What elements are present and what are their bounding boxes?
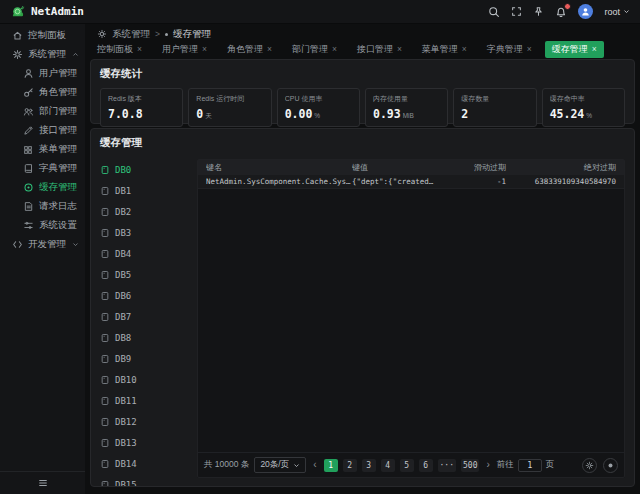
close-icon[interactable]: ×	[462, 45, 467, 54]
sidebar-item-users[interactable]: 用户管理	[0, 64, 85, 83]
next-page-button[interactable]: ›	[484, 460, 491, 470]
sidebar-item-development[interactable]: 开发管理	[0, 235, 85, 254]
db-label: DB12	[115, 417, 137, 427]
db-item-9[interactable]: DB9	[100, 348, 195, 369]
cache-stats-panel: 缓存统计 Redis 版本 7.0.8 Redis 运行时间 0天 CPU 使用…	[90, 59, 635, 124]
goto-page-input[interactable]	[518, 459, 542, 472]
page-button-6[interactable]: 6	[419, 459, 433, 472]
db-item-0[interactable]: DB0	[100, 159, 195, 180]
db-item-3[interactable]: DB3	[100, 222, 195, 243]
tab-label: 用户管理	[162, 43, 198, 56]
db-item-5[interactable]: DB5	[100, 264, 195, 285]
sidebar-item-system[interactable]: 系统管理	[0, 45, 85, 64]
tab-menus[interactable]: 菜单管理×	[415, 41, 474, 58]
app-window: NetAdmin root	[0, 0, 640, 494]
db-item-14[interactable]: DB14	[100, 453, 195, 474]
breadcrumb-separator: >	[155, 29, 160, 39]
pin-icon[interactable]	[533, 6, 544, 17]
stat-card-uptime: Redis 运行时间 0天	[188, 88, 271, 127]
db-item-4[interactable]: DB4	[100, 243, 195, 264]
close-icon[interactable]: ×	[397, 45, 402, 54]
cell-key-name: NetAdmin.SysComponent.Cache.Sys.UserCach…	[206, 177, 352, 186]
tab-api[interactable]: 接口管理×	[350, 41, 409, 58]
page-button-1[interactable]: 1	[324, 459, 338, 472]
refresh-button[interactable]	[582, 458, 597, 473]
page-button-4[interactable]: 4	[381, 459, 395, 472]
db-label: DB14	[115, 459, 137, 469]
close-icon[interactable]: ×	[527, 45, 532, 54]
stat-value: 45.24	[550, 107, 585, 121]
avatar[interactable]	[578, 4, 593, 19]
page-button-500[interactable]: 500	[461, 459, 479, 472]
page-button-3[interactable]: 3	[362, 459, 376, 472]
db-item-8[interactable]: DB8	[100, 327, 195, 348]
tab-roles[interactable]: 角色管理×	[220, 41, 279, 58]
page-button-more[interactable]: ···	[438, 459, 456, 472]
prev-page-button[interactable]: ‹	[311, 460, 318, 470]
page-size-select[interactable]: 20条/页	[254, 457, 306, 473]
close-icon[interactable]: ×	[592, 45, 597, 54]
db-item-2[interactable]: DB2	[100, 201, 195, 222]
table-row[interactable]: NetAdmin.SysComponent.Cache.Sys.UserCach…	[198, 175, 624, 189]
stat-label: Redis 版本	[108, 94, 175, 104]
close-icon[interactable]: ×	[267, 45, 272, 54]
sidebar-item-request-log[interactable]: 请求日志	[0, 197, 85, 216]
db-label: DB9	[115, 354, 131, 364]
page-button-5[interactable]: 5	[400, 459, 414, 472]
gear-icon	[12, 49, 23, 60]
db-item-10[interactable]: DB10	[100, 369, 195, 390]
close-icon[interactable]: ×	[137, 45, 142, 54]
database-icon	[100, 480, 110, 487]
notification-bell-icon[interactable]	[555, 6, 567, 18]
tab-dictionary[interactable]: 字典管理×	[480, 41, 539, 58]
sidebar-item-roles[interactable]: 角色管理	[0, 83, 85, 102]
close-icon[interactable]: ×	[332, 45, 337, 54]
sidebar-item-departments[interactable]: 部门管理	[0, 102, 85, 121]
sidebar-item-label: 字典管理	[39, 162, 77, 175]
stat-value: 0.00	[285, 107, 313, 121]
db-item-12[interactable]: DB12	[100, 411, 195, 432]
tab-departments[interactable]: 部门管理×	[285, 41, 344, 58]
fullscreen-icon[interactable]	[511, 6, 522, 17]
code-icon	[12, 239, 23, 250]
stat-value: 0.93	[373, 107, 401, 121]
sidebar-item-api[interactable]: 接口管理	[0, 121, 85, 140]
db-label: DB7	[115, 312, 131, 322]
sidebar-collapse-button[interactable]	[0, 471, 85, 494]
sidebar-item-cache[interactable]: 缓存管理	[0, 178, 85, 197]
people-icon	[23, 106, 34, 117]
tab-cache[interactable]: 缓存管理×	[545, 41, 604, 58]
column-settings-button[interactable]	[603, 458, 618, 473]
tab-label: 字典管理	[487, 43, 523, 56]
stat-value: 2	[461, 107, 468, 121]
pencil-icon	[23, 125, 34, 136]
column-key-name: 键名	[206, 162, 352, 173]
tab-users[interactable]: 用户管理×	[155, 41, 214, 58]
page-button-2[interactable]: 2	[343, 459, 357, 472]
breadcrumb-item[interactable]: 系统管理	[112, 28, 150, 41]
db-label: DB10	[115, 375, 137, 385]
db-item-7[interactable]: DB7	[100, 306, 195, 327]
sidebar-item-settings[interactable]: 系统设置	[0, 216, 85, 235]
stats-title: 缓存统计	[91, 60, 634, 86]
db-item-6[interactable]: DB6	[100, 285, 195, 306]
stat-value: 7.0.8	[108, 107, 143, 121]
sidebar-item-menus[interactable]: 菜单管理	[0, 140, 85, 159]
database-icon	[100, 333, 110, 343]
db-item-15[interactable]: DB15	[100, 474, 195, 486]
sidebar-item-dashboard[interactable]: 控制面板	[0, 26, 85, 45]
database-icon	[100, 207, 110, 217]
user-menu[interactable]: root	[604, 7, 630, 17]
db-item-13[interactable]: DB13	[100, 432, 195, 453]
database-icon	[100, 438, 110, 448]
db-item-11[interactable]: DB11	[100, 390, 195, 411]
close-icon[interactable]: ×	[202, 45, 207, 54]
sidebar: 控制面板 系统管理 用户管理 角色管理 部门管理 接口管理 菜单管理	[0, 24, 85, 494]
cell-key-value: {"dept":{"created…	[352, 177, 464, 186]
search-icon[interactable]	[488, 6, 500, 18]
sidebar-item-label: 系统管理	[28, 48, 66, 61]
tab-dashboard[interactable]: 控制面板×	[90, 41, 149, 58]
sidebar-item-dictionary[interactable]: 字典管理	[0, 159, 85, 178]
db-item-1[interactable]: DB1	[100, 180, 195, 201]
db-label: DB8	[115, 333, 131, 343]
